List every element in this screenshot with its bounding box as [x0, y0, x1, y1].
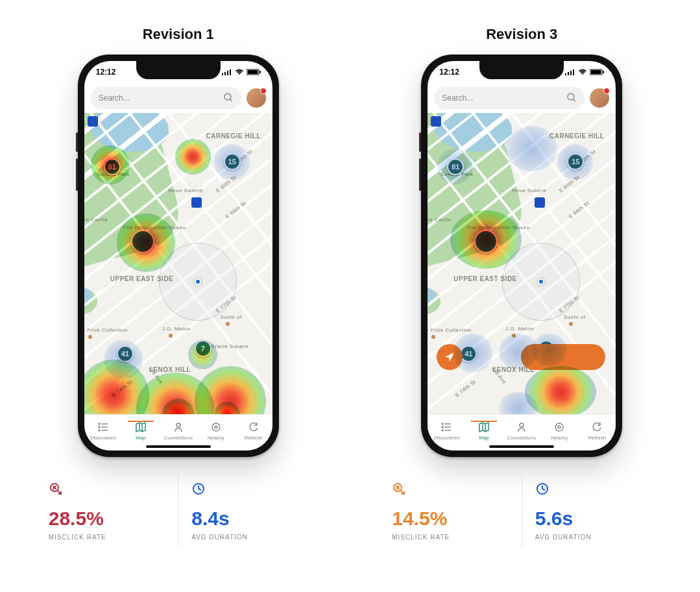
svg-rect-3	[230, 69, 231, 75]
home-indicator	[146, 445, 211, 448]
nav-label: Discovered	[433, 435, 459, 441]
nav-map[interactable]: Map	[465, 421, 503, 441]
search-input[interactable]: Search...	[91, 87, 241, 109]
heatmap-blob	[162, 399, 195, 414]
revision-1-column: Revision 1 12:12	[36, 26, 321, 547]
map-icon	[477, 421, 490, 434]
nav-nearby[interactable]: Nearby	[197, 421, 235, 441]
svg-rect-25	[568, 72, 569, 75]
poi-dot	[88, 335, 92, 339]
search-input[interactable]: Search...	[434, 87, 585, 109]
svg-point-42	[558, 426, 561, 428]
poi-label: Gracie Square	[211, 343, 248, 349]
stat-duration: 5.6s AVG DURATION	[522, 475, 665, 547]
map-pin[interactable]: 15	[567, 153, 584, 170]
svg-rect-26	[570, 71, 572, 75]
battery-icon	[590, 69, 604, 75]
status-icons	[565, 69, 604, 75]
nav-refresh[interactable]: Refresh	[578, 421, 616, 441]
heatmap-blob	[214, 402, 240, 414]
svg-rect-5	[247, 70, 258, 75]
locate-fab[interactable]	[437, 344, 463, 370]
stat-duration: 8.4s AVG DURATION	[178, 475, 321, 547]
map-pin[interactable]: 41	[117, 345, 134, 362]
comparison-container: Revision 1 12:12	[0, 0, 700, 547]
svg-point-17	[176, 423, 180, 427]
poi-label: Neue Galerie	[169, 188, 203, 193]
svg-rect-24	[565, 73, 566, 75]
avatar[interactable]	[590, 88, 609, 108]
stat-label: AVG DURATION	[191, 534, 308, 541]
battery-icon	[247, 69, 261, 75]
map-view[interactable]: CARNEGIE HILL UPPER EAST SIDE LENOX HILL…	[428, 113, 616, 414]
stat-label: MISCLICK RATE	[392, 534, 509, 541]
stat-value: 5.6s	[535, 508, 652, 530]
map-pin[interactable]: 15	[224, 153, 241, 170]
nav-nearby[interactable]: Nearby	[540, 421, 578, 441]
phone-mockup: 12:12 Search.	[421, 55, 622, 457]
nav-connections[interactable]: Connections	[160, 421, 197, 441]
nav-label: Discovered	[90, 435, 116, 441]
poi-label: J.G. Melon	[505, 326, 534, 332]
revision-3-column: Revision 3 12:12	[379, 26, 664, 547]
map-pin-large[interactable]	[474, 230, 498, 253]
svg-rect-2	[227, 71, 228, 75]
mta-icon	[431, 116, 441, 127]
poi-label: J.G. Melon	[162, 326, 191, 332]
revision-title: Revision 3	[486, 26, 557, 43]
poi-label: The Metropolitan Museu	[123, 225, 186, 230]
nav-discovered[interactable]: Discovered	[428, 421, 465, 441]
user-location-dot	[195, 278, 201, 285]
stat-value: 28.5%	[49, 508, 165, 530]
search-icon	[566, 92, 577, 105]
neighborhood-label: CARNEGIE HILL	[206, 132, 260, 140]
connections-icon	[172, 421, 185, 434]
misclick-icon	[49, 482, 165, 499]
poi-label: Sushi of	[564, 314, 585, 320]
svg-point-14	[99, 430, 100, 431]
mta-icon	[535, 197, 545, 208]
svg-rect-30	[603, 71, 604, 73]
phone-mockup: 12:12 Search.	[78, 55, 279, 457]
map-pin[interactable]: 81	[104, 158, 121, 175]
nav-connections[interactable]: Connections	[503, 421, 540, 441]
svg-point-38	[442, 430, 443, 431]
stat-value: 14.5%	[392, 508, 509, 530]
nearby-icon	[210, 421, 223, 434]
phone-screen: 12:12 Search.	[428, 61, 616, 450]
map-pin-large[interactable]	[131, 230, 154, 253]
nav-label: Map	[136, 435, 146, 441]
map-pin[interactable]: 41	[460, 345, 477, 362]
svg-point-41	[520, 423, 524, 427]
wifi-icon	[578, 69, 587, 75]
nav-map[interactable]: Map	[122, 421, 160, 441]
phone-screen: 12:12 Search.	[84, 61, 272, 450]
poi-label: he Frick Collection	[84, 327, 128, 333]
nav-discovered[interactable]: Discovered	[84, 421, 122, 441]
nav-label: Nearby	[208, 435, 224, 441]
heatmap-blob	[136, 373, 214, 414]
phone-notch	[136, 61, 221, 79]
nav-label: Map	[479, 435, 489, 441]
svg-point-12	[99, 423, 100, 425]
misclick-icon	[392, 482, 509, 499]
map-icon	[134, 421, 147, 434]
nav-refresh[interactable]: Refresh	[235, 421, 272, 441]
svg-rect-0	[222, 73, 223, 75]
svg-rect-29	[591, 70, 601, 75]
poi-label: Neue Galerie	[512, 188, 546, 193]
heatmap-blob	[499, 392, 538, 414]
signal-icon	[222, 69, 232, 75]
map-view[interactable]: CARNEGIE HILL UPPER EAST SIDE LENOX HILL…	[84, 113, 272, 414]
mta-icon	[191, 197, 202, 208]
avatar[interactable]	[247, 88, 266, 108]
list-icon	[440, 421, 453, 434]
search-placeholder: Search...	[442, 93, 473, 103]
svg-point-37	[442, 426, 443, 428]
svg-line-32	[573, 99, 575, 101]
stat-value: 8.4s	[191, 508, 308, 530]
stats-row: 14.5% MISCLICK RATE 5.6s AVG DURATION	[379, 475, 664, 547]
map-pin[interactable]: 7	[195, 340, 211, 357]
action-pill[interactable]	[521, 344, 605, 370]
poi-dot	[226, 322, 230, 326]
